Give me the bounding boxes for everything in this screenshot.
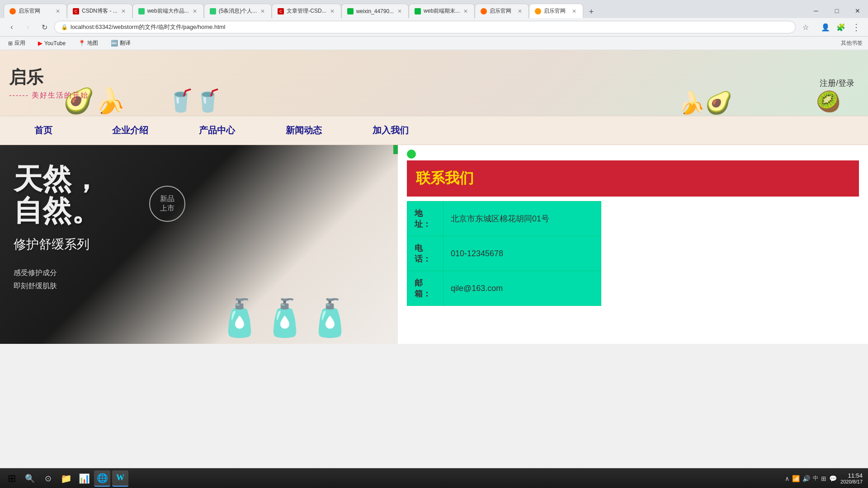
tab-3-favicon xyxy=(138,8,145,14)
tab-6-title: weixin_44790... xyxy=(356,8,394,14)
task-view-button[interactable]: ⊙ xyxy=(40,470,56,487)
site-header: 🥑🍌 🥤🥤 🍌🥑 🥝 启乐 ------ 美好生活的开始 注册/登录 xyxy=(0,50,868,116)
address-text: localhost:63342/webstorm的文件/临时文件/page/ho… xyxy=(71,23,789,31)
nav-list: 首页 企业介绍 产品中心 新闻动态 加入我们 xyxy=(0,116,434,145)
address-box[interactable]: 🔒 localhost:63342/webstorm的文件/临时文件/page/… xyxy=(54,21,796,33)
tab-5-title: 文章管理-CSD... xyxy=(287,7,326,15)
tab-5-favicon: C xyxy=(278,8,284,14)
new-tab-button[interactable]: + xyxy=(585,5,598,18)
bookmark-maps[interactable]: 📍 地图 xyxy=(75,38,101,48)
tab-7-close[interactable]: ✕ xyxy=(462,7,469,15)
tab-5[interactable]: C 文章管理-CSD... ✕ xyxy=(272,4,341,18)
food-decoration-right: 🍌🥑 xyxy=(678,90,732,116)
tab-2-favicon: C xyxy=(73,8,79,14)
menu-button[interactable]: ⋮ xyxy=(850,21,863,33)
nav-home[interactable]: 首页 xyxy=(0,116,87,145)
extensions-button[interactable]: 🧩 xyxy=(835,21,847,33)
tab-2[interactable]: C CSDN博客 - ... ✕ xyxy=(67,4,132,18)
tab-2-close[interactable]: ✕ xyxy=(120,7,127,15)
tab-1-close[interactable]: ✕ xyxy=(55,7,61,15)
tab-8-close[interactable]: ✕ xyxy=(517,7,523,15)
start-button[interactable]: ⊞ xyxy=(4,470,20,487)
file-explorer-button[interactable]: 📁 xyxy=(58,470,74,487)
tab-8[interactable]: 启乐官网 ✕ xyxy=(475,4,529,18)
contact-value-email: qile@163.com xyxy=(443,271,601,306)
glass-decoration: 🥤🥤 xyxy=(167,88,222,113)
chrome-button[interactable]: 🌐 xyxy=(94,470,110,487)
other-bookmarks[interactable]: 其他书签 xyxy=(841,39,863,47)
kiwi-decoration: 🥝 xyxy=(816,90,841,113)
tab-9[interactable]: 启乐官网 ✕ xyxy=(529,4,583,18)
close-button[interactable]: ✕ xyxy=(847,4,868,18)
contact-value-address: 北京市东城区棉花胡同01号 xyxy=(443,202,601,236)
contact-indicator-dot xyxy=(407,150,416,159)
tab-2-title: CSDN博客 - ... xyxy=(82,7,118,15)
lock-icon: 🔒 xyxy=(61,24,68,30)
tab-4[interactable]: (5条消息)个人... ✕ xyxy=(204,4,272,18)
login-button-text[interactable]: 注册/登录 xyxy=(820,79,854,88)
network-icon[interactable]: 📶 xyxy=(792,475,800,482)
contact-label-phone: 电话： xyxy=(407,236,443,271)
tab-7[interactable]: web前端期末... ✕ xyxy=(409,4,475,18)
tab-7-title: web前端期末... xyxy=(424,7,460,15)
nav-products[interactable]: 产品中心 xyxy=(174,116,260,145)
header-login[interactable]: 注册/登录 xyxy=(820,78,854,89)
nav-news[interactable]: 新闻动态 xyxy=(260,116,347,145)
tab-6-close[interactable]: ✕ xyxy=(396,7,403,15)
new-product-badge: 新品 上市 xyxy=(149,186,185,222)
tab-3-close[interactable]: ✕ xyxy=(192,7,198,15)
webstorm-button[interactable]: W xyxy=(112,470,128,487)
tab-5-close[interactable]: ✕ xyxy=(329,7,335,15)
tab-9-favicon xyxy=(535,8,541,14)
search-taskbar-button[interactable]: 🔍 xyxy=(22,470,38,487)
minimize-button[interactable]: ─ xyxy=(806,4,826,18)
hero-subtitle: 修护舒缓系列 xyxy=(14,236,100,253)
nav-about[interactable]: 企业介绍 xyxy=(87,116,174,145)
tab-1[interactable]: 启乐官网 ✕ xyxy=(4,4,67,18)
contact-info-table: 地址： 北京市东城区棉花胡同01号 电话： 010-12345678 邮箱： q… xyxy=(407,201,601,306)
tab-6[interactable]: weixin_44790... ✕ xyxy=(341,4,409,18)
hero-desc-line1: 感受修护成分 xyxy=(14,269,57,277)
bookmark-apps[interactable]: ⊞ 应用 xyxy=(5,38,28,48)
contact-label-email: 邮箱： xyxy=(407,271,443,306)
clock-date: 2020/8/17 xyxy=(840,479,863,484)
refresh-button[interactable]: ↻ xyxy=(38,21,51,33)
tab-8-favicon xyxy=(481,8,487,14)
calendar-icon[interactable]: ⊞ xyxy=(821,475,826,482)
tagline-dashes: ------ xyxy=(9,91,29,99)
profile-button[interactable]: 👤 xyxy=(819,21,832,33)
contact-row-address: 地址： 北京市东城区棉花胡同01号 xyxy=(407,202,601,236)
excel-button[interactable]: 📊 xyxy=(76,470,92,487)
youtube-favicon: ▶ xyxy=(38,40,42,47)
notification-icon[interactable]: 💬 xyxy=(829,475,837,482)
taskbar-right: ∧ 📶 🔊 中 ⊞ 💬 11:54 2020/8/17 xyxy=(779,472,868,484)
hero-text-area: 天然， 自然。 修护舒缓系列 感受修护成分 即刻舒缓肌肤 xyxy=(14,163,100,292)
bookmark-translate[interactable]: 🔤 翻译 xyxy=(108,38,133,48)
bookmark-star-button[interactable]: ☆ xyxy=(799,21,812,33)
tab-9-close[interactable]: ✕ xyxy=(571,7,577,15)
forward-button[interactable]: › xyxy=(22,21,34,33)
tab-3[interactable]: web前端大作品... ✕ xyxy=(132,4,204,18)
bookmark-youtube[interactable]: ▶ YouTube xyxy=(35,39,68,47)
hero-desc-line2: 即刻舒缓肌肤 xyxy=(14,282,57,290)
contact-row-phone: 电话： 010-12345678 xyxy=(407,236,601,271)
back-button[interactable]: ‹ xyxy=(5,21,18,33)
contact-label-address: 地址： xyxy=(407,202,443,236)
volume-icon[interactable]: 🔊 xyxy=(802,475,810,482)
tray-expand-icon[interactable]: ∧ xyxy=(785,475,789,482)
system-clock[interactable]: 11:54 2020/8/17 xyxy=(840,472,863,484)
tab-bar: 启乐官网 ✕ C CSDN博客 - ... ✕ web前端大作品... ✕ (5… xyxy=(0,0,868,18)
tab-6-favicon xyxy=(347,8,354,14)
restore-button[interactable]: □ xyxy=(826,4,847,18)
taskbar-left: ⊞ 🔍 ⊙ 📁 📊 🌐 W xyxy=(0,470,132,487)
nav-join[interactable]: 加入我们 xyxy=(347,116,434,145)
taskbar: ⊞ 🔍 ⊙ 📁 📊 🌐 W ∧ 📶 🔊 中 ⊞ 💬 11:54 2020/8/1… xyxy=(0,468,868,488)
new-badge-line2: 上市 xyxy=(160,204,175,213)
hero-section: 天然， 自然。 修护舒缓系列 感受修护成分 即刻舒缓肌肤 新品 上市 🧴🧴🧴 xyxy=(0,145,398,344)
hero-description: 感受修护成分 即刻舒缓肌肤 xyxy=(14,267,100,293)
tab-8-title: 启乐官网 xyxy=(490,7,514,15)
tab-4-close[interactable]: ✕ xyxy=(259,7,266,15)
ime-icon[interactable]: 中 xyxy=(813,474,818,482)
tab-7-favicon xyxy=(415,8,421,14)
hero-title: 天然， 自然。 xyxy=(14,163,100,227)
